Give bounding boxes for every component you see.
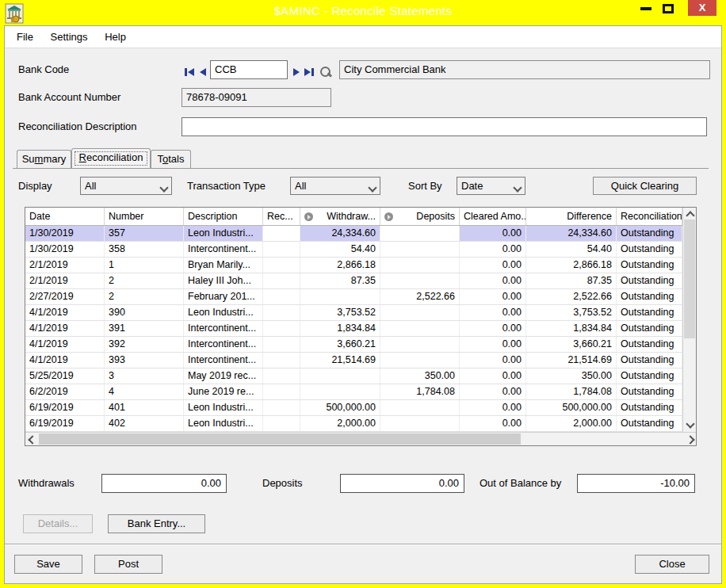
cell[interactable]: 393 [105, 353, 184, 368]
column-header-difference[interactable]: Difference [526, 208, 617, 225]
tab-summary[interactable]: Summary [17, 150, 71, 168]
column-header-withdrawals[interactable]: Withdraw... [300, 208, 380, 225]
table-row[interactable]: 4/1/2019391Intercontinent...1,834.840.00… [25, 321, 682, 337]
tab-totals[interactable]: Totals [151, 150, 191, 168]
transaction-type-dropdown[interactable]: All [290, 177, 380, 195]
cell[interactable]: 4/1/2019 [25, 353, 105, 368]
table-row[interactable]: 4/1/2019390Leon Industri...3,753.520.003… [25, 305, 682, 321]
drilldown-circle-icon[interactable] [304, 212, 313, 221]
column-header-rec[interactable]: Rec... [263, 208, 300, 225]
cell[interactable]: 1,834.84 [526, 321, 617, 336]
cell[interactable]: 0.00 [460, 226, 526, 241]
close-window-button[interactable]: X [688, 0, 716, 16]
horizontal-scroll-thumb[interactable] [39, 433, 521, 445]
cell[interactable] [263, 289, 300, 304]
bank-entry-button[interactable]: Bank Entry... [108, 514, 205, 533]
cell[interactable]: 2,000.00 [300, 416, 380, 431]
cell[interactable] [380, 305, 460, 320]
cell[interactable]: 392 [105, 337, 184, 352]
cell[interactable]: Intercontinent... [184, 321, 263, 336]
vertical-scrollbar[interactable] [682, 208, 696, 432]
cell[interactable] [380, 321, 460, 336]
cell[interactable]: 3 [105, 368, 184, 384]
menu-help[interactable]: Help [97, 26, 133, 43]
cell[interactable]: 357 [105, 226, 184, 241]
table-row[interactable]: 5/25/20193May 2019 rec...350.000.00350.0… [25, 368, 682, 384]
cell[interactable]: Outstanding [617, 337, 682, 352]
cell[interactable] [380, 353, 460, 368]
cell[interactable] [263, 305, 300, 320]
cell[interactable]: 0.00 [460, 321, 526, 336]
table-row[interactable]: 2/1/20191Bryan Marily...2,866.180.002,86… [25, 258, 682, 273]
cell[interactable]: 87.35 [300, 273, 380, 288]
table-row[interactable]: 4/1/2019393Intercontinent...21,514.690.0… [25, 353, 682, 368]
cell[interactable]: Haley III Joh... [184, 273, 263, 288]
scroll-up-icon[interactable] [686, 212, 693, 218]
magnifier-icon[interactable] [319, 66, 332, 78]
cell[interactable]: Leon Industri... [184, 226, 263, 241]
cell[interactable] [263, 400, 300, 415]
bank-code-input[interactable]: CCB [210, 60, 288, 79]
cell[interactable]: 0.00 [460, 273, 526, 288]
column-header-deposits[interactable]: Deposits [380, 208, 460, 225]
menu-settings[interactable]: Settings [44, 26, 95, 43]
table-row[interactable]: 4/1/2019392Intercontinent...3,660.210.00… [25, 337, 682, 353]
cell[interactable] [263, 337, 300, 352]
maximize-button[interactable] [663, 4, 674, 13]
cell[interactable] [263, 416, 300, 431]
cell[interactable]: 4/1/2019 [25, 305, 105, 320]
cell[interactable]: 2/27/2019 [25, 289, 105, 304]
close-button[interactable]: Close [635, 555, 709, 574]
cell[interactable]: 0.00 [460, 400, 526, 415]
cell[interactable]: 1,784.08 [526, 384, 617, 399]
cell[interactable]: Outstanding [617, 226, 682, 241]
cell[interactable]: 2,866.18 [526, 258, 617, 273]
column-header-number[interactable]: Number [105, 208, 184, 225]
cell[interactable]: Leon Industri... [184, 305, 263, 320]
column-header-cleared-amount[interactable]: Cleared Amo... [460, 208, 526, 225]
cell[interactable]: Outstanding [617, 258, 682, 273]
next-record-icon[interactable] [293, 64, 300, 80]
cell[interactable] [380, 337, 460, 352]
cell[interactable]: Outstanding [617, 305, 682, 320]
cell[interactable]: Leon Industri... [184, 400, 263, 415]
cell[interactable]: 24,334.60 [300, 226, 380, 241]
cell[interactable]: 1/30/2019 [25, 226, 105, 241]
cell[interactable]: 1/30/2019 [25, 242, 105, 257]
cell[interactable]: 21,514.69 [526, 353, 617, 368]
cell[interactable]: 0.00 [460, 416, 526, 431]
cell[interactable]: 0.00 [460, 289, 526, 304]
details-button[interactable]: Details... [23, 514, 93, 533]
cell[interactable]: 4 [105, 384, 184, 399]
display-dropdown[interactable]: All [80, 177, 172, 195]
cell[interactable]: 3,753.52 [300, 305, 380, 320]
cell[interactable]: 2,866.18 [300, 258, 380, 273]
cell[interactable] [380, 242, 460, 257]
cell[interactable]: 1,834.84 [300, 321, 380, 336]
cell[interactable]: 2/1/2019 [25, 273, 105, 288]
sort-by-dropdown[interactable]: Date [457, 177, 525, 195]
cell[interactable] [380, 273, 460, 288]
cell[interactable] [300, 289, 380, 304]
cell[interactable]: 350.00 [526, 368, 617, 384]
table-row[interactable]: 2/1/20192Haley III Joh...87.350.0087.35O… [25, 273, 682, 289]
cell[interactable] [263, 368, 300, 384]
tab-reconciliation[interactable]: Reconciliation [71, 148, 151, 168]
table-row[interactable]: 6/2/20194June 2019 re...1,784.080.001,78… [25, 384, 682, 400]
cell[interactable]: Outstanding [617, 353, 682, 368]
cell[interactable]: 2 [105, 273, 184, 288]
cell[interactable]: 0.00 [460, 384, 526, 399]
cell[interactable]: 0.00 [460, 242, 526, 257]
cell[interactable]: 24,334.60 [526, 226, 617, 241]
cell[interactable]: 0.00 [460, 353, 526, 368]
cell[interactable]: 4/1/2019 [25, 337, 105, 352]
cell[interactable]: 0.00 [460, 305, 526, 320]
vertical-scroll-thumb[interactable] [684, 220, 695, 338]
cell[interactable]: 4/1/2019 [25, 321, 105, 336]
cell[interactable]: 87.35 [526, 273, 617, 288]
recon-description-input[interactable] [182, 117, 707, 136]
cell[interactable]: 2,522.66 [526, 289, 617, 304]
cell[interactable]: 3,660.21 [300, 337, 380, 352]
cell[interactable]: 500,000.00 [300, 400, 380, 415]
previous-record-icon[interactable] [200, 64, 206, 80]
